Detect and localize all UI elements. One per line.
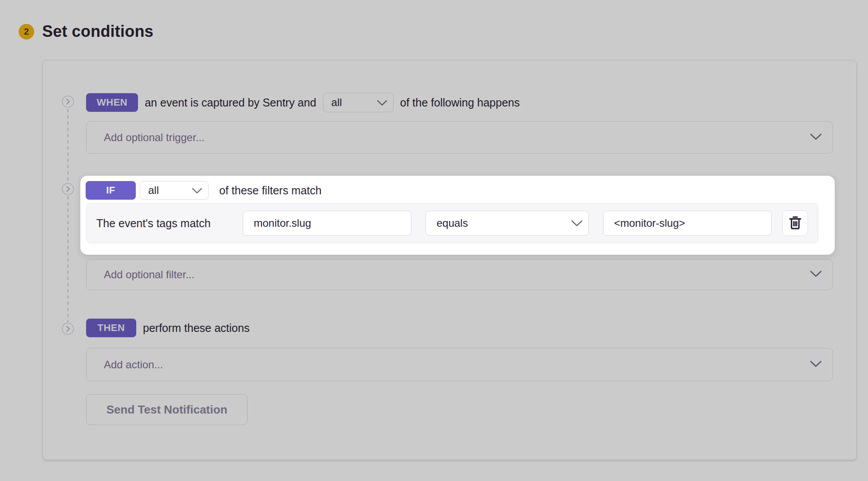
when-text-after: of the following happens [400,96,520,109]
chevron-down-icon [810,133,822,142]
chevron-down-icon [377,96,387,109]
filter-condition-row: The event's tags match equals [86,203,818,243]
chevron-right-circle-icon [62,95,74,108]
chevron-right-circle-icon [62,183,74,195]
action-placeholder: Add action... [104,359,163,371]
if-badge: IF [86,181,136,200]
page-header: 2 Set conditions [19,22,154,41]
if-all-select[interactable]: all [140,181,209,200]
if-all-select-value: all [148,184,159,197]
chevron-down-icon [192,184,202,197]
when-badge: WHEN [86,93,138,112]
chevron-down-icon [810,360,822,369]
if-text-after: of these filters match [219,184,322,197]
page-title: Set conditions [42,22,154,41]
filter-operator-select[interactable]: equals [426,211,589,236]
then-badge: THEN [86,319,136,337]
filter-key-input[interactable] [243,211,411,236]
send-test-notification-button[interactable]: Send Test Notification [86,394,248,425]
trigger-placeholder: Add optional trigger... [104,131,205,144]
when-row: WHEN an event is captured by Sentry and … [86,93,520,112]
chevron-down-icon [810,270,822,279]
filter-value-input[interactable] [603,211,772,236]
when-all-select-value: all [331,96,342,109]
when-all-select[interactable]: all [323,93,394,112]
add-optional-trigger-dropdown[interactable]: Add optional trigger... [86,121,833,154]
filter-operator-value: equals [437,217,468,229]
add-optional-filter-dropdown[interactable]: Add optional filter... [86,259,833,290]
filter-condition-label: The event's tags match [96,217,211,230]
when-text-before: an event is captured by Sentry and [145,96,316,109]
chevron-down-icon [571,217,583,229]
chevron-right-circle-icon [62,323,74,335]
filter-placeholder: Add optional filter... [104,268,194,281]
trash-icon [788,215,802,232]
step-number-badge: 2 [19,24,34,39]
add-action-dropdown[interactable]: Add action... [86,348,833,381]
then-text: perform these actions [143,322,249,335]
step-connector-line [67,109,68,322]
screen: 2 Set conditions WHEN an event is [0,0,868,481]
if-row: IF all of these filters match [86,181,835,200]
delete-filter-button[interactable] [782,210,808,236]
then-row: THEN perform these actions [86,318,249,338]
if-highlight-card: IF all of these filters match The event'… [80,176,835,255]
conditions-panel: WHEN an event is captured by Sentry and … [42,60,857,460]
